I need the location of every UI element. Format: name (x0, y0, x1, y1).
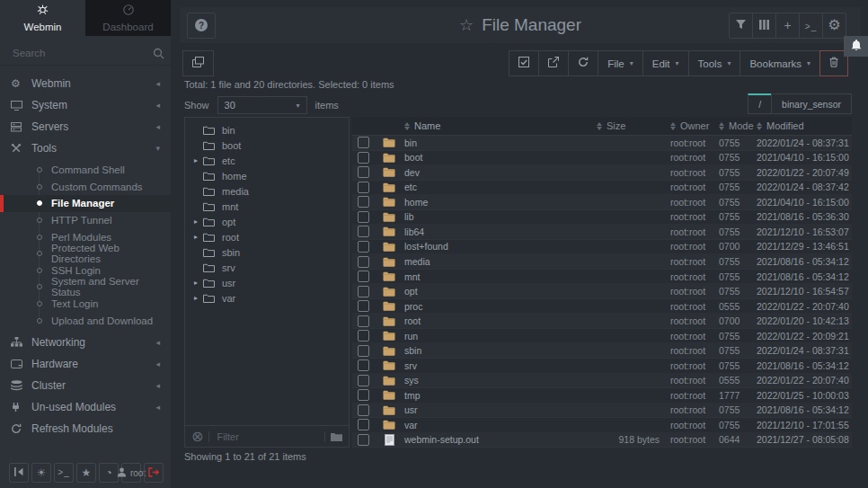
tree-node-var[interactable]: ▸var (185, 290, 349, 306)
tab-webmin[interactable]: Webmin (0, 0, 85, 36)
tree-node-home[interactable]: home (185, 168, 349, 183)
row-checkbox[interactable] (358, 419, 369, 430)
file-link[interactable]: srv (404, 360, 597, 371)
search-input[interactable] (11, 47, 153, 59)
page-size-select[interactable]: 30 ▾ (217, 96, 307, 114)
user-button[interactable]: root (121, 463, 141, 483)
tree-node-boot[interactable]: boot (185, 138, 349, 153)
row-checkbox[interactable] (358, 271, 369, 282)
row-checkbox[interactable] (358, 389, 369, 401)
export-button[interactable] (538, 50, 569, 76)
column-header-size[interactable]: Size (597, 120, 660, 131)
row-checkbox[interactable] (358, 375, 369, 386)
sidebar-item-command-shell[interactable]: Command Shell (0, 162, 171, 179)
sidebar-item-tools[interactable]: Tools▾ (0, 138, 171, 159)
path-tab-[interactable]: / (748, 93, 772, 114)
file-link[interactable]: sys (404, 375, 597, 386)
settings-button[interactable]: ⚙ (822, 13, 846, 39)
tree-node-usr[interactable]: ▸usr (185, 275, 349, 290)
row-checkbox[interactable] (358, 434, 369, 446)
columns-button[interactable] (752, 13, 776, 39)
file-link[interactable]: media (404, 256, 597, 267)
file-link[interactable]: root (404, 315, 597, 326)
row-checkbox[interactable] (358, 330, 369, 342)
tree-node-media[interactable]: media (185, 183, 349, 199)
file-menu[interactable]: File▾ (598, 50, 643, 76)
tools-menu[interactable]: Tools▾ (688, 50, 741, 76)
row-checkbox[interactable] (358, 226, 369, 237)
file-link[interactable]: bin (404, 138, 597, 148)
tab-dashboard[interactable]: Dashboard (85, 0, 171, 36)
file-link[interactable]: dev (404, 167, 597, 178)
tree-node-srv[interactable]: srv (185, 260, 349, 275)
file-link[interactable]: tmp (404, 390, 597, 401)
file-link[interactable]: lost+found (404, 241, 597, 252)
row-checkbox[interactable] (358, 404, 369, 416)
tree-node-sbin[interactable]: sbin (185, 244, 349, 260)
column-header-owner[interactable]: Owner (660, 120, 713, 131)
file-link[interactable]: webmin-setup.out (404, 434, 597, 445)
row-checkbox[interactable] (358, 182, 369, 193)
sidebar-item-webmin[interactable]: ⚙Webmin◂ (0, 73, 171, 94)
sidebar-item-cluster[interactable]: Cluster◂ (0, 375, 171, 396)
expand-caret-icon[interactable]: ▸ (194, 279, 203, 287)
sidebar-item-upload-and-download[interactable]: Upload and Download (0, 312, 171, 329)
theme-toggle-button[interactable]: ☀ (31, 463, 51, 483)
sidebar-item-system[interactable]: System◂ (0, 94, 171, 116)
row-checkbox[interactable] (358, 166, 369, 178)
file-link[interactable]: var (404, 420, 597, 430)
shell-button[interactable]: >_ (799, 13, 823, 39)
expand-caret-icon[interactable]: ▸ (194, 156, 203, 164)
sidebar-item-hardware[interactable]: Hardware◂ (0, 353, 171, 375)
row-checkbox[interactable] (358, 286, 369, 297)
row-checkbox[interactable] (358, 196, 369, 208)
usage-button[interactable]: ◔ (99, 463, 119, 483)
tree-node-etc[interactable]: ▸etc (185, 153, 349, 168)
refresh-button[interactable] (568, 50, 598, 76)
sidebar-item-custom-commands[interactable]: Custom Commands (0, 179, 171, 196)
row-checkbox[interactable] (358, 152, 369, 164)
file-link[interactable]: lib (404, 211, 597, 222)
expand-caret-icon[interactable]: ▸ (194, 233, 203, 241)
terminal-button[interactable]: >_ (54, 463, 74, 483)
tree-node-opt[interactable]: ▸opt (185, 214, 349, 229)
tree-node-bin[interactable]: bin (185, 122, 349, 138)
expand-caret-icon[interactable]: ▸ (194, 294, 203, 302)
path-tab-binary-sensor[interactable]: binary_sensor (771, 93, 852, 114)
tree-filter-input[interactable] (215, 430, 319, 443)
collapse-sidebar-button[interactable] (9, 463, 29, 483)
sidebar-item-protected-web-directories[interactable]: Protected Web Directories (0, 245, 171, 262)
file-link[interactable]: lib64 (404, 226, 597, 237)
clear-filter-icon[interactable]: ⊗ (191, 428, 203, 445)
notifications-bell[interactable] (844, 36, 868, 57)
favorite-star-icon[interactable]: ☆ (459, 15, 474, 35)
file-link[interactable]: usr (404, 404, 597, 415)
help-button[interactable]: ? (187, 13, 216, 39)
copy-path-button[interactable] (182, 50, 214, 76)
add-button[interactable]: + (775, 13, 800, 39)
sidebar-item-file-manager[interactable]: File Manager (0, 195, 171, 212)
filter-button[interactable] (729, 13, 753, 39)
favorites-button[interactable]: ★ (76, 463, 96, 483)
row-checkbox[interactable] (358, 256, 369, 268)
expand-caret-icon[interactable]: ▸ (194, 217, 203, 226)
file-link[interactable]: home (404, 197, 597, 208)
tree-node-root[interactable]: ▸root (185, 229, 349, 244)
file-link[interactable]: mnt (404, 271, 597, 282)
tree-node-mnt[interactable]: mnt (185, 199, 349, 214)
edit-menu[interactable]: Edit▾ (642, 50, 689, 76)
column-header-mode[interactable]: Mode (713, 120, 751, 131)
column-header-modified[interactable]: Modified (751, 120, 852, 131)
folder-jump-icon[interactable] (331, 430, 342, 444)
sidebar-item-text-login[interactable]: Text Login (0, 296, 171, 313)
file-link[interactable]: proc (404, 301, 597, 312)
file-link[interactable]: opt (404, 286, 597, 297)
sidebar-item-networking[interactable]: Networking◂ (0, 332, 171, 353)
row-checkbox[interactable] (358, 315, 369, 327)
file-link[interactable]: sbin (404, 345, 597, 356)
sidebar-item-servers[interactable]: Servers◂ (0, 116, 171, 138)
sidebar-item-refresh-modules[interactable]: Refresh Modules (0, 418, 171, 439)
bookmarks-menu[interactable]: Bookmarks▾ (740, 50, 820, 76)
sidebar-item-un-used-modules[interactable]: Un-used Modules◂ (0, 396, 171, 418)
row-checkbox[interactable] (358, 345, 369, 357)
